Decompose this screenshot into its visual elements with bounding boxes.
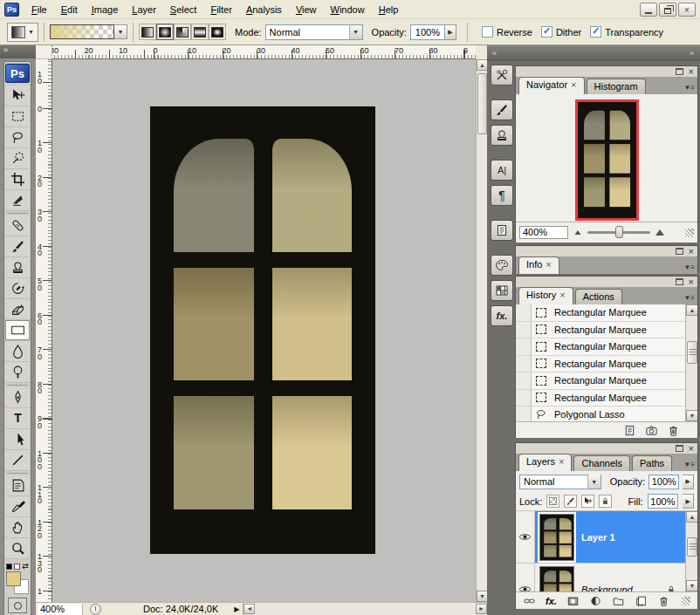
clone-source-panel-button[interactable] — [491, 125, 513, 146]
tab-close-icon[interactable]: × — [571, 79, 576, 90]
canvas-area[interactable] — [52, 59, 476, 602]
tab-histogram[interactable]: Histogram — [587, 79, 646, 94]
transparency-checkbox[interactable] — [590, 26, 601, 38]
history-source-well[interactable] — [516, 356, 532, 372]
move-tool[interactable] — [5, 85, 30, 106]
tab-close-icon[interactable]: × — [559, 290, 565, 300]
scrollbar-thumb[interactable] — [687, 341, 697, 364]
layer-comps-panel-button[interactable] — [491, 220, 513, 241]
opacity-spinner[interactable]: ▶ — [445, 24, 456, 40]
layer-fill-input[interactable]: 100% — [648, 494, 679, 509]
dock-collapse-right-button[interactable]: » — [690, 49, 695, 58]
layer-name[interactable]: Layer 1 — [581, 532, 615, 543]
linear-gradient-button[interactable] — [139, 24, 156, 40]
status-menu-button[interactable]: ▶ — [230, 604, 243, 615]
character-panel-button[interactable]: A| — [491, 160, 513, 181]
tab-paths[interactable]: Paths — [632, 455, 672, 471]
menu-help[interactable]: Help — [372, 3, 406, 17]
panel-minimize-icon[interactable] — [676, 278, 683, 285]
crop-tool[interactable] — [5, 169, 30, 190]
history-source-well[interactable] — [516, 407, 532, 421]
layer-fill-spinner[interactable]: ▶ — [683, 494, 694, 509]
quick-mask-button[interactable] — [8, 598, 27, 613]
layer-visibility-toggle[interactable] — [516, 564, 535, 591]
tab-channels[interactable]: Channels — [573, 455, 629, 471]
eraser-tool[interactable] — [5, 299, 30, 320]
layer-visibility-toggle[interactable] — [516, 511, 535, 563]
history-brush-tool[interactable] — [5, 278, 30, 299]
reflected-gradient-button[interactable] — [191, 24, 209, 40]
healing-brush-tool[interactable] — [5, 215, 30, 236]
history-step[interactable]: Rectangular Marquee — [516, 322, 697, 339]
canvas-vertical-scrollbar[interactable]: ▲ ▼ — [476, 59, 487, 602]
paragraph-panel-button[interactable]: ¶ — [491, 185, 513, 206]
menu-filter[interactable]: Filter — [203, 3, 238, 17]
scroll-left-button[interactable]: ◄ — [244, 604, 255, 614]
brushes-panel-button[interactable] — [491, 99, 513, 120]
layer-thumbnail[interactable] — [539, 514, 574, 561]
tab-close-icon[interactable]: × — [546, 259, 551, 270]
brush-tool[interactable] — [5, 236, 30, 257]
menu-image[interactable]: Image — [85, 3, 126, 17]
add-layer-mask-icon[interactable] — [566, 595, 580, 607]
lock-transparency-button[interactable] — [546, 495, 559, 508]
scrollbar-thumb[interactable] — [477, 73, 487, 134]
pen-tool[interactable] — [5, 387, 30, 408]
tab-layers[interactable]: Layers× — [518, 454, 572, 471]
menu-analysis[interactable]: Analysis — [239, 3, 289, 17]
gradient-picker[interactable] — [50, 24, 114, 39]
reverse-checkbox[interactable] — [482, 26, 493, 38]
history-step[interactable]: Rectangular Marquee — [516, 338, 697, 356]
angle-gradient-button[interactable] — [174, 24, 191, 40]
panel-minimize-icon[interactable] — [676, 445, 683, 452]
type-tool[interactable] — [5, 408, 30, 429]
zoom-level-input[interactable]: 400% — [38, 604, 83, 615]
color-panel-button[interactable] — [491, 255, 513, 276]
diamond-gradient-button[interactable] — [209, 24, 226, 40]
resize-grip[interactable] — [682, 597, 690, 605]
canvas-horizontal-scrollbar[interactable]: ◄ ► — [243, 604, 487, 615]
eyedropper-tool[interactable] — [5, 496, 30, 517]
history-step[interactable]: Rectangular Marquee — [516, 356, 697, 373]
history-source-well[interactable] — [516, 304, 532, 321]
new-snapshot-camera-icon[interactable] — [645, 424, 658, 437]
close-button[interactable]: × — [678, 3, 696, 17]
line-tool[interactable] — [5, 450, 30, 471]
menu-layer[interactable]: Layer — [125, 3, 163, 17]
opacity-input[interactable]: 100% — [410, 24, 445, 40]
panel-minimize-icon[interactable] — [676, 68, 683, 75]
new-document-from-state-icon[interactable] — [623, 424, 636, 437]
tab-actions[interactable]: Actions — [575, 289, 622, 304]
history-source-well[interactable] — [516, 372, 532, 389]
history-scrollbar[interactable]: ▲ ▼ — [685, 304, 697, 421]
ruler-origin-box[interactable] — [36, 45, 52, 59]
link-layers-chain-icon[interactable] — [523, 595, 536, 607]
toolbar-collapse-button[interactable]: » — [0, 45, 36, 58]
menu-file[interactable]: File — [24, 3, 54, 17]
dither-checkbox[interactable] — [541, 26, 552, 38]
blur-tool[interactable] — [5, 341, 30, 362]
history-source-well[interactable] — [516, 338, 532, 355]
panel-close-icon[interactable]: × — [689, 248, 694, 255]
layer-opacity-input[interactable]: 100% — [649, 475, 679, 489]
horizontal-ruler[interactable]: 302010010203040506070809 — [52, 45, 476, 59]
lock-all-button[interactable] — [599, 495, 612, 508]
tab-navigator[interactable]: Navigator× — [518, 77, 585, 94]
scrollbar-thumb[interactable] — [687, 537, 697, 557]
quick-selection-tool[interactable] — [5, 148, 30, 169]
scroll-up-button[interactable]: ▲ — [686, 304, 697, 316]
slider-thumb[interactable] — [615, 226, 623, 238]
scroll-right-button[interactable]: ► — [476, 604, 487, 614]
layer-row-layer1[interactable]: Layer 1 — [516, 511, 697, 564]
swatches-panel-button[interactable] — [491, 280, 513, 301]
menu-edit[interactable]: Edit — [54, 3, 85, 17]
resize-grip[interactable] — [685, 229, 694, 237]
hand-tool[interactable] — [5, 517, 30, 538]
panel-menu-icon[interactable]: ▼≡ — [683, 263, 695, 271]
panel-close-icon[interactable]: × — [689, 278, 694, 285]
panel-menu-icon[interactable]: ▼≡ — [683, 294, 695, 302]
gradient-picker-dropdown[interactable]: ▼ — [114, 24, 127, 39]
document-image[interactable] — [150, 106, 375, 554]
menu-view[interactable]: View — [289, 3, 324, 17]
tab-history[interactable]: History× — [518, 287, 573, 304]
